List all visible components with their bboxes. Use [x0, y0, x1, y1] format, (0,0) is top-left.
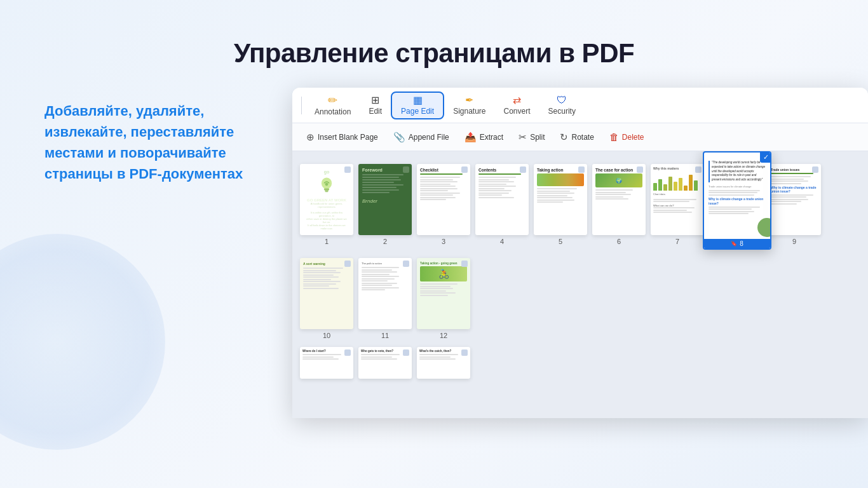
p10-header: A sort warning — [303, 262, 350, 266]
toolbar-item-security[interactable]: 🛡 Security — [539, 93, 585, 118]
pr31-header: Where do I start? — [302, 349, 351, 353]
page-8-numbar: 🔖 8 — [704, 239, 770, 248]
page-7-thumb: Why this matters Chart data — [651, 164, 704, 235]
toolbar-item-edit[interactable]: ⊞ Edit — [360, 93, 391, 118]
convert-icon: ⇄ — [513, 95, 521, 105]
page-num-3: 3 — [442, 238, 445, 245]
p8-caption: Trade union issues for climate change — [709, 185, 766, 189]
page-row3-3-thumb: What's the catch, then? — [417, 347, 470, 379]
page-num-9: 9 — [792, 238, 796, 245]
toolbar-item-annotation[interactable]: ✏ Annotation — [306, 92, 360, 119]
page-thumb-8[interactable]: ✓ "The developing world cannot fairly be… — [709, 164, 763, 250]
page-8-number: 8 — [740, 240, 743, 247]
toolbar-item-page-edit[interactable]: ▦ Page Edit — [391, 92, 444, 119]
corner-dot-4 — [520, 166, 526, 173]
cover-logo: go — [324, 169, 330, 175]
pdf-viewer: ✏ Annotation ⊞ Edit ▦ Page Edit ✒ Signat… — [292, 88, 868, 418]
p9-header: Trade union issues — [771, 168, 818, 172]
extract-btn[interactable]: 📤 Extract — [458, 128, 510, 146]
svg-rect-3 — [325, 191, 329, 193]
bike-icon: 🚴 — [438, 269, 449, 279]
page-12-thumb: Taking action - going green 🚴 — [417, 258, 470, 329]
insert-blank-page-btn[interactable]: ⊕ Insert Blank Page — [300, 128, 384, 146]
page-num-2: 2 — [383, 238, 387, 245]
p6-text — [595, 189, 642, 200]
page-num-5: 5 — [559, 238, 562, 245]
page-row3-2-thumb: Who gets to vote, then? — [358, 347, 412, 379]
edit-label: Edit — [369, 107, 382, 116]
split-icon: ✂ — [519, 132, 527, 143]
p12-text — [420, 283, 467, 296]
corner-dot-12 — [461, 261, 468, 267]
cover-bulb-svg — [317, 176, 336, 196]
delete-btn[interactable]: 🗑 Delete — [603, 128, 651, 146]
signature-icon: ✒ — [465, 95, 473, 105]
pages-grid: go GO GREEN AT WORK A handbook for union… — [292, 151, 868, 418]
page-thumb-row3-1[interactable]: Where do I start? — [300, 347, 353, 379]
p6-img: 🌍 — [595, 173, 642, 187]
page-thumb-2[interactable]: Foreword Brnder 2 — [358, 164, 412, 250]
p7-header: Why this matters — [653, 166, 702, 171]
corner-dot-2 — [403, 166, 409, 173]
toolbar-item-signature[interactable]: ✒ Signature — [444, 93, 494, 118]
p12-header: Taking action - going green — [420, 262, 467, 265]
p7-chart-label: Chart data — [653, 193, 702, 196]
content-row: Добавляйте, удаляйте, извлекайте, перест… — [0, 88, 868, 488]
page-num-10: 10 — [323, 332, 330, 339]
rotate-btn[interactable]: ↻ Rotate — [553, 128, 600, 146]
main-page: Управление страницами в PDF Добавляйте, … — [0, 0, 868, 488]
corner-dot-7 — [695, 166, 702, 173]
left-panel: Добавляйте, удаляйте, извлекайте, перест… — [0, 88, 292, 197]
annotation-label: Annotation — [315, 107, 351, 116]
extract-label: Extract — [480, 133, 503, 142]
fl7 — [362, 189, 399, 191]
page-thumb-3[interactable]: Checklist — [417, 164, 470, 250]
p9-text: Why is climate change a trade union issu… — [771, 176, 818, 205]
page-thumb-4[interactable]: Contents — [475, 164, 529, 250]
toolbar-item-convert[interactable]: ⇄ Convert — [495, 93, 539, 118]
signature-label: Signature — [453, 107, 485, 116]
page-thumb-1[interactable]: go GO GREEN AT WORK A handbook for union… — [300, 164, 353, 250]
fl6 — [362, 187, 397, 188]
svg-point-4 — [325, 183, 329, 186]
page-thumb-5[interactable]: Taking action 5 — [534, 164, 587, 250]
append-file-btn[interactable]: 📎 Append File — [387, 128, 456, 146]
page-thumb-11[interactable]: The path to action — [358, 258, 412, 339]
append-label: Append File — [409, 133, 449, 142]
corner-dot-10 — [344, 261, 351, 267]
page-5-thumb: Taking action — [534, 164, 587, 235]
toolbar-separator — [301, 97, 302, 114]
page-thumb-row3-3[interactable]: What's the catch, then? — [417, 347, 470, 379]
p12-img: 🚴 — [420, 266, 467, 281]
p3-text — [420, 177, 467, 200]
split-label: Split — [530, 133, 545, 142]
page-num-12: 12 — [440, 332, 447, 339]
foreword-signature: Brnder — [362, 198, 408, 204]
page-num-6: 6 — [617, 238, 621, 245]
page-11-thumb: The path to action — [358, 258, 412, 329]
p8-quote-content: "The developing world cannot fairly be e… — [707, 156, 767, 217]
page-thumb-6[interactable]: The case for action 🌍 6 — [592, 164, 646, 250]
corner-dot-r33 — [461, 349, 468, 356]
page-thumb-7[interactable]: Why this matters Chart data — [651, 164, 704, 250]
page-thumb-9[interactable]: Trade union issues Why is climate change… — [768, 164, 821, 250]
page-edit-icon: ▦ — [413, 95, 423, 105]
page-10-thumb: A sort warning — [300, 258, 353, 329]
main-toolbar: ✏ Annotation ⊞ Edit ▦ Page Edit ✒ Signat… — [292, 88, 868, 123]
split-btn[interactable]: ✂ Split — [512, 128, 551, 146]
insert-label: Insert Blank Page — [318, 133, 378, 142]
extract-icon: 📤 — [465, 132, 477, 143]
page-thumb-row3-2[interactable]: Who gets to vote, then? — [358, 347, 412, 379]
p5-img — [537, 173, 584, 186]
delete-label: Delete — [622, 133, 644, 142]
page-thumb-12[interactable]: Taking action - going green 🚴 — [417, 258, 470, 339]
page-6-thumb: The case for action 🌍 — [592, 164, 646, 235]
corner-dot-r32 — [403, 349, 409, 356]
cover-sub-text: A handbook for union green-representativ… — [305, 202, 348, 208]
page-thumb-10[interactable]: A sort warning — [300, 258, 353, 339]
annotation-icon: ✏ — [328, 95, 337, 106]
page-num-11: 11 — [381, 332, 389, 339]
foreword-header: Foreword — [362, 168, 408, 172]
p3-gl — [420, 173, 463, 175]
security-label: Security — [548, 107, 576, 116]
